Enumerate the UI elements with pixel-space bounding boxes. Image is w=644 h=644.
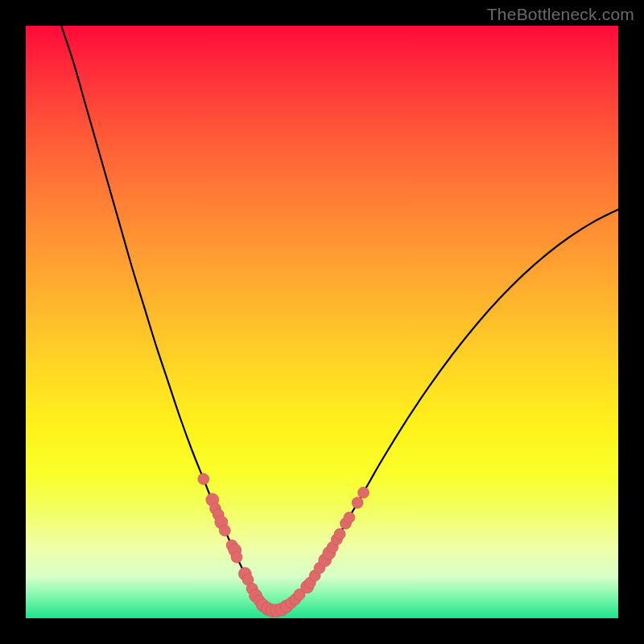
watermark-text: TheBottleneck.com xyxy=(487,5,634,24)
data-marker xyxy=(231,551,242,563)
data-marker xyxy=(219,525,230,536)
chart-frame xyxy=(26,26,618,618)
data-marker xyxy=(334,528,345,539)
data-marker xyxy=(352,497,363,508)
chart-svg xyxy=(26,26,618,618)
data-marker xyxy=(344,512,355,523)
bottleneck-curve xyxy=(61,26,618,611)
data-markers xyxy=(198,473,369,617)
data-marker xyxy=(358,487,369,498)
data-marker xyxy=(198,473,209,485)
